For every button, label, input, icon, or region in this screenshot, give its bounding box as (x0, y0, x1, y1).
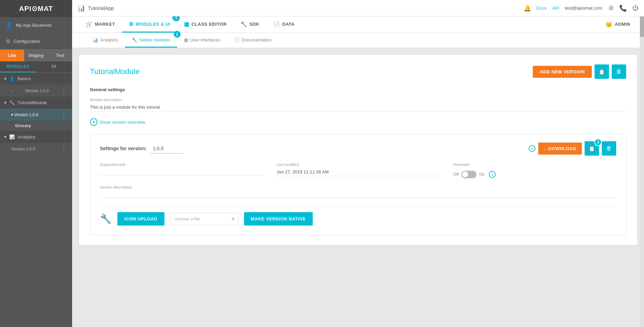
module-description-value: This is just a module for this tutorial. (90, 103, 626, 111)
tab-ui[interactable]: UI (36, 61, 72, 72)
last-modified-label: Last modified (277, 162, 440, 167)
fields-row: Supported until Last modified Jun 27, 20… (100, 162, 616, 178)
subnav-documentation[interactable]: 📄 Documentation (227, 33, 278, 48)
plus-circle-icon: + (90, 118, 97, 126)
nav-class-editor[interactable]: ▦ CLASS EDITOR (177, 16, 233, 33)
subnav-native-modules[interactable]: 🔧 Native modules 2 (125, 33, 177, 48)
subnav-user-interfaces-label: User Interfaces (190, 37, 220, 43)
scrollbar-track (640, 16, 644, 327)
tree-item-tutorial-version[interactable]: ▾ Version 1.0.0 ⋮ (0, 109, 72, 121)
copy-button[interactable]: 📋 (595, 64, 609, 79)
make-version-native-button[interactable]: MAKE VERSION NATIVE (244, 212, 313, 226)
version-actions: i ↓ DOWNLOAD 📋 3 🗑 (529, 141, 616, 156)
tree-group-label: TutorialModule (18, 100, 47, 105)
tree-group-label: Analytics (18, 134, 35, 140)
chevron-down-icon: ▾ (4, 100, 7, 105)
nav-sdk-label: SDK (250, 22, 260, 27)
docs-link[interactable]: Docs (537, 5, 547, 11)
sidebar-item-my-app-backends[interactable]: 👤 My App-Backends (0, 17, 72, 33)
module-card: TutorialModule ADD NEW VERSION 📋 🗑 Gener… (79, 55, 637, 245)
bottom-actions: 🔧 ICON UPLOAD choose a file × MAKE VERSI… (100, 206, 616, 226)
wrench-cross-icon: 🔧 (100, 213, 112, 225)
version-delete-button[interactable]: 🗑 (602, 141, 616, 156)
trash-icon: 🗑 (606, 145, 612, 152)
file-input-placeholder: choose a file (170, 213, 228, 225)
nav-admin-label: ADMIN (615, 22, 630, 27)
tree-item-grocery[interactable]: Grocery (0, 121, 72, 131)
released-toggle[interactable] (461, 171, 476, 178)
analytics-icon: 📊 (9, 134, 15, 140)
supported-until-label: Supported until (100, 162, 263, 167)
market-icon: 🛒 (86, 21, 93, 27)
content-area: TutorialModule ADD NEW VERSION 📋 🗑 Gener… (72, 48, 644, 327)
released-group: Released Off On i (453, 162, 616, 178)
nav-market[interactable]: 🛒 MARKET (79, 16, 122, 33)
admin-icon: 👑 (606, 21, 613, 27)
general-settings-label: General settings (90, 87, 626, 92)
file-input-clear[interactable]: × (228, 213, 238, 225)
sidebar-item-configuration[interactable]: ⚙ Configuration (0, 33, 72, 49)
env-test-button[interactable]: Test (48, 50, 72, 61)
subnav-analytics-label: Analytics (100, 37, 118, 43)
last-modified-col: Last modified Jun 27, 2019 11:11:38 AM (277, 162, 440, 178)
gear-icon: ⚙ (5, 38, 10, 45)
tree-item-dots[interactable]: ⋮ (61, 111, 67, 118)
tree-group-analytics[interactable]: ▾ 📊 Analytics (0, 131, 72, 143)
supported-until-col: Supported until (100, 162, 263, 178)
subnav-user-interfaces[interactable]: ▦ User Interfaces (177, 33, 227, 48)
subnav-documentation-label: Documentation (242, 37, 272, 43)
released-col: Released Off On i (453, 162, 616, 178)
app-name: TutorialApp (88, 5, 114, 11)
person-icon: 👤 (5, 22, 12, 28)
env-bar: Live Staging Test (0, 49, 72, 61)
nav-market-label: MARKET (95, 22, 115, 27)
tree-item-analytics-version[interactable]: Version 1.0.0 ⋮ (0, 143, 72, 155)
tree-group-label: Basics (18, 76, 31, 81)
show-version-overview-link[interactable]: + Show version overview (90, 118, 626, 126)
tree-item-basics-version[interactable]: › Version 1.0.0 ⋮ (0, 85, 72, 97)
tree-group-tutorialmodule[interactable]: ▾ 🔧 TutorialModule (0, 97, 72, 109)
native-modules-icon: 🔧 (132, 37, 137, 43)
user-email: test@apiomat.com (565, 5, 602, 11)
copy-icon: 📋 (588, 145, 595, 152)
info-icon[interactable]: i (529, 145, 536, 152)
api-link[interactable]: API (552, 5, 559, 11)
main-subnav: 📊 Analytics 🔧 Native modules 2 ▦ User In… (72, 33, 644, 48)
settings-for-version-label: Settings for version: (100, 146, 147, 151)
version-description-value (100, 191, 616, 198)
power-icon[interactable]: ⏻ (632, 4, 639, 12)
scrollbar-thumb[interactable] (640, 16, 644, 37)
tree-group-basics[interactable]: ▾ 👤 Basics (0, 73, 72, 85)
bell-icon[interactable]: 🔔 (524, 4, 531, 12)
module-description-label: Module description (90, 98, 626, 102)
add-new-version-button[interactable]: ADD NEW VERSION (533, 66, 592, 78)
trash-icon: 🗑 (616, 69, 622, 75)
phone-icon[interactable]: 📞 (619, 4, 627, 12)
class-editor-icon: ▦ (184, 21, 189, 27)
version-select[interactable]: 1.0.0 (149, 144, 184, 154)
delete-button[interactable]: 🗑 (612, 64, 626, 79)
modules-icon: ⚙ (129, 21, 134, 27)
released-off-label: Off (453, 172, 459, 177)
download-button[interactable]: ↓ DOWNLOAD (538, 143, 582, 155)
tree-item-dots[interactable]: ⋮ (61, 146, 67, 152)
icon-upload-button[interactable]: ICON UPLOAD (117, 212, 164, 226)
env-live-button[interactable]: Live (0, 50, 24, 61)
tab-modules[interactable]: MODULES (0, 61, 36, 72)
nav-modules-ui[interactable]: ⚙ MODULES & UI 1 (122, 16, 177, 33)
version-copy-button[interactable]: 📋 3 (585, 141, 599, 156)
sdk-icon: 🔧 (240, 21, 248, 27)
card-header: TutorialModule ADD NEW VERSION 📋 🗑 (90, 64, 626, 79)
released-info-icon[interactable]: i (489, 171, 496, 178)
nav-sdk[interactable]: 🔧 SDK (233, 16, 266, 33)
module-description-field: Module description This is just a module… (90, 98, 626, 111)
tree-item-dots[interactable]: ⋮ (61, 87, 67, 94)
subnav-analytics[interactable]: 📊 Analytics (86, 33, 125, 48)
nav-data[interactable]: 📄 DATA (266, 16, 302, 33)
wrench-icon: 🔧 (9, 100, 15, 105)
chevron-right-icon: › (11, 88, 12, 93)
env-staging-button[interactable]: Staging (24, 50, 48, 61)
main-topnav: 🛒 MARKET ⚙ MODULES & UI 1 ▦ CLASS EDITOR… (72, 16, 644, 33)
nav-admin[interactable]: 👑 ADMIN (599, 16, 637, 33)
monitor-icon[interactable]: 🖥 (608, 4, 614, 12)
